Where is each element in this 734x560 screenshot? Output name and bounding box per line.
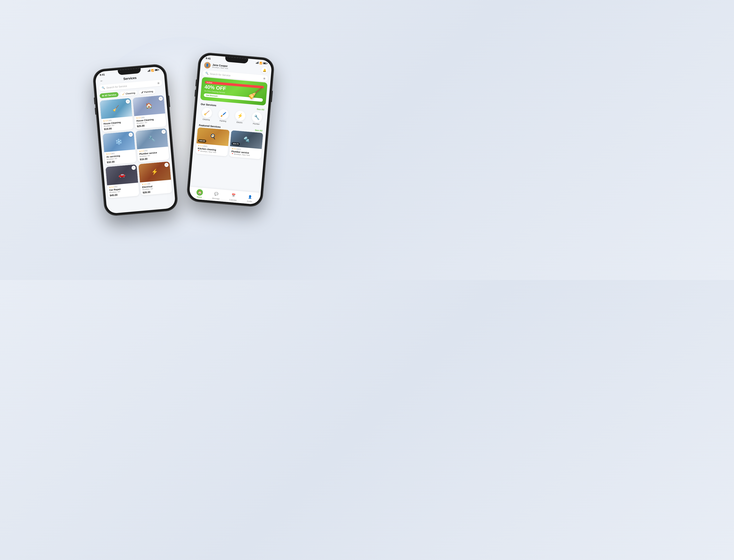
rating-val-3: 4.4 (108, 153, 111, 155)
nav-profile[interactable]: 👤 Profile (246, 193, 254, 203)
nav-message[interactable]: 💬 Message (212, 190, 221, 200)
notification-button[interactable]: 🔔 (261, 67, 268, 74)
featured-img-kitchen: 🍳 $40.00 (196, 127, 230, 146)
wifi-icon-right: 📶 (259, 62, 262, 64)
cleaning-label: Cleaning (203, 118, 210, 121)
electric-circle: ⚡ (235, 110, 246, 121)
status-icons-right: 📶 (256, 61, 268, 65)
status-icons-left: 📶 (148, 68, 159, 72)
phone-right: 9:41 📶 � (186, 52, 275, 207)
home-label: Home (197, 196, 202, 198)
service-card-car[interactable]: 🚗 ♡ ★ 4.2 (41) Car Repair Brooklyn, NY $… (106, 164, 139, 198)
left-phone-screen: 9:41 📶 ← Se (95, 66, 176, 214)
heart-btn-6[interactable]: ♡ (164, 163, 169, 167)
filter-tab-all[interactable]: ⊕ All Service (100, 92, 119, 98)
heart-btn-4[interactable]: ♡ (162, 129, 166, 134)
user-info: 👤 Jane Cooper Brooklyn, New York (204, 62, 229, 70)
signal-icon-right (256, 62, 259, 64)
featured-star-1: ★ (198, 145, 200, 147)
service-card-plumber[interactable]: 🔧 ♡ ★ 4.3 (22) Plumber service Brooklyn,… (136, 128, 169, 162)
vol-down-button[interactable] (95, 108, 96, 115)
featured-services-see-all[interactable]: See All (255, 129, 263, 132)
rating-count-1: (32) (108, 119, 112, 122)
profile-icon: 👤 (247, 193, 254, 200)
filter-tab-painting[interactable]: 🖌 Painting (139, 89, 156, 95)
service-icon-plumber[interactable]: 🔧 Plumber (251, 112, 263, 126)
back-button[interactable]: ← (99, 78, 104, 83)
card-img-plumber: 🔧 ♡ (136, 128, 168, 149)
filter-icon-left[interactable]: ⊞ (157, 82, 159, 84)
right-phone-screen: 9:41 📶 � (189, 55, 272, 205)
heart-btn-5[interactable]: ♡ (131, 165, 136, 170)
featured-star-2: ★ (232, 148, 233, 150)
rating-val-4: 4.3 (141, 150, 144, 152)
service-icon-electric[interactable]: ⚡ Electric (235, 110, 246, 124)
star-icon-3: ★ (106, 153, 108, 155)
card-img-car: 🚗 ♡ (106, 164, 138, 185)
card-img-ac: ❄️ ♡ (103, 131, 135, 152)
price-badge-plumber: $24.70 (232, 142, 240, 146)
plumber-label: Plumber (253, 123, 260, 125)
star-icon-6: ★ (142, 183, 144, 186)
card-img-electric: ⚡ ♡ (138, 161, 171, 182)
star-icon-5: ★ (109, 186, 111, 188)
nav-home[interactable]: 🏠 Home (196, 189, 203, 198)
right-power-button[interactable] (271, 91, 273, 102)
our-services-title: Our Services (201, 103, 217, 107)
calendar-icon: 📅 (230, 192, 237, 199)
signal-icon-left (148, 69, 150, 72)
cleaning-circle: 🧹 (201, 107, 212, 118)
star-icon-1: ★ (103, 120, 105, 122)
phone-left: 9:41 📶 ← Se (92, 64, 179, 216)
calendar-label: Calendar (229, 199, 237, 201)
card-img-cleaning: 🧹 ♡ (100, 98, 132, 119)
rating-val-2: 4.5 (138, 117, 141, 119)
right-vol-up-button[interactable] (196, 79, 197, 86)
star-icon-4: ★ (139, 150, 141, 152)
search-icon-right: 🔍 (205, 72, 209, 75)
heart-btn-1[interactable]: ♡ (126, 99, 130, 104)
message-icon: 💬 (213, 190, 220, 197)
power-button[interactable] (168, 95, 170, 107)
filter-icon-right[interactable]: ⊞ (263, 77, 266, 80)
featured-card-plumber[interactable]: 🔩 $24.70 ★ 4.3 (322) Plumber service 📍 B… (229, 130, 263, 159)
status-time-right: 9:41 (206, 57, 211, 60)
star-icon-2: ★ (136, 117, 138, 119)
painting-circle: 🖌️ (218, 109, 229, 120)
service-card-house-cleaning[interactable]: 🧹 ♡ ★ 4.4 (32) House Cleaning Brooklyn, … (100, 98, 133, 132)
featured-img-plumber: 🔩 $24.70 (230, 130, 263, 149)
heart-btn-2[interactable]: ♡ (159, 96, 163, 101)
vol-up-button[interactable] (94, 98, 95, 104)
our-services-see-all[interactable]: See All (257, 108, 265, 111)
featured-card-kitchen[interactable]: 🍳 $40.00 ★ 4.4 (532) Kitchen cleaning 📍 … (196, 127, 229, 157)
service-icon-cleaning[interactable]: 🧹 Cleaning (201, 107, 212, 121)
featured-grid: 🍳 $40.00 ★ 4.4 (532) Kitchen cleaning 📍 … (193, 127, 266, 161)
status-time-left: 9:41 (100, 73, 105, 76)
heart-btn-3[interactable]: ♡ (129, 132, 133, 137)
battery-icon-right (263, 62, 268, 64)
avatar: 👤 (204, 62, 211, 69)
filter-tab-cleaning[interactable]: 🧹 Cleaning (120, 90, 138, 97)
right-vol-down-button[interactable] (195, 90, 196, 97)
card-img-house2: 🏠 ♡ (133, 95, 165, 116)
service-icon-painting[interactable]: 🖌️ Painting (218, 109, 229, 123)
rating-val-1: 4.4 (105, 120, 108, 122)
battery-icon-left (155, 69, 159, 71)
service-card-house2[interactable]: 🏠 ♡ ★ 4.5 (53) House Cleaning Brooklyn, … (133, 95, 166, 129)
electric-label: Electric (237, 121, 243, 124)
promo-banner[interactable]: Verified 40% OFF On First Cleaning Servi… (200, 77, 268, 106)
wifi-icon-left: 📶 (151, 69, 154, 72)
services-grid: 🧹 ♡ ★ 4.4 (32) House Cleaning Brooklyn, … (97, 94, 175, 199)
message-label: Message (212, 197, 220, 200)
nav-calendar[interactable]: 📅 Calendar (229, 192, 238, 201)
phones-container: 9:41 📶 ← Se (80, 37, 287, 243)
service-card-electric[interactable]: ⚡ ♡ ★ 4.6 (18) Electrical Brooklyn, NY $… (138, 161, 172, 195)
painting-label: Painting (220, 120, 226, 122)
rating-val-6: 4.6 (144, 183, 147, 185)
profile-label: Profile (247, 200, 252, 203)
home-icon: 🏠 (196, 189, 203, 196)
price-badge-kitchen: $40.00 (198, 139, 207, 143)
service-card-ac[interactable]: ❄️ ♡ ★ 4.4 (92) Ac servicing Brooklyn, N… (103, 131, 136, 165)
plumber-circle: 🔧 (252, 112, 263, 123)
promo-cleaner-image: 🧹 (244, 81, 266, 105)
